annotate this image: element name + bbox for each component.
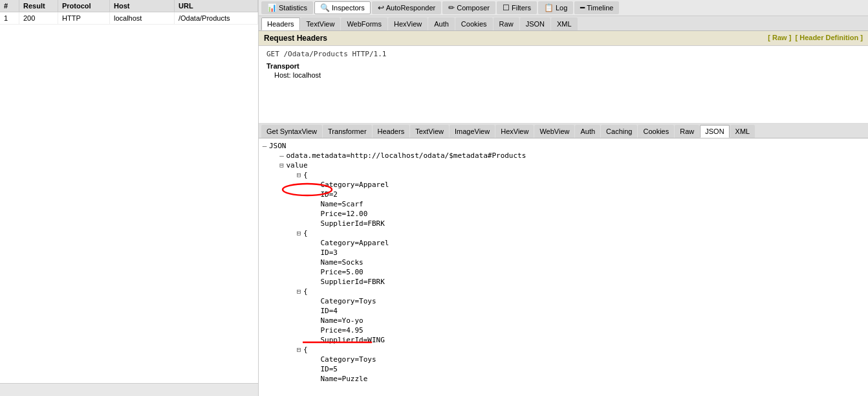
tab-statistics[interactable]: 📊 Statistics [261,1,313,14]
tree-line[interactable]: Category=Toys [259,296,868,306]
expand-icon[interactable] [311,190,320,199]
expand-icon[interactable] [311,248,320,257]
expand-icon[interactable] [311,336,320,344]
resp-subtab-raw[interactable]: Raw [675,125,699,138]
request-content: GET /Odata/Products HTTP/1.1 Transport H… [259,46,868,124]
tree-line[interactable]: SupplierId=FBRK [259,219,868,228]
tree-node-label: value [287,161,308,170]
resp-subtab-hexview[interactable]: HexView [495,125,534,138]
resp-subtab-webview[interactable]: WebView [534,125,574,138]
tree-line[interactable]: ID=4 [259,306,868,316]
expand-icon[interactable]: ⊟ [294,287,303,296]
tree-indent [260,287,294,296]
tab-composer[interactable]: ✏ Composer [442,1,495,14]
expand-icon[interactable]: — [260,142,269,150]
tree-line[interactable]: ID=5 [259,364,868,374]
tree-line[interactable]: ⊟{ [259,345,868,355]
expand-icon[interactable] [311,326,320,335]
subtab-xml[interactable]: XML [551,17,578,30]
tab-composer-label: Composer [457,4,490,12]
col-url: URL [175,0,258,12]
subtab-textview[interactable]: TextView [301,17,341,30]
resp-subtab-auth[interactable]: Auth [575,125,600,138]
resp-subtab-syntaxview[interactable]: Get SyntaxView [261,125,322,138]
expand-icon[interactable] [311,258,320,267]
expand-icon[interactable] [311,278,320,286]
expand-icon[interactable] [311,239,320,247]
expand-icon[interactable] [311,375,320,383]
tab-filters[interactable]: ☐ Filters [497,1,537,14]
subtab-hexview[interactable]: HexView [388,17,428,30]
tree-line[interactable]: Category=Apparel [259,238,868,248]
subtab-raw[interactable]: Raw [494,17,519,30]
expand-icon[interactable] [311,307,320,315]
subtab-json[interactable]: JSON [520,17,550,30]
tree-line[interactable]: Price=4.95 [259,325,868,335]
tab-inspectors[interactable]: 🔍 Inspectors [314,1,371,14]
resp-subtab-caching[interactable]: Caching [601,125,637,138]
expand-icon[interactable] [311,297,320,305]
tree-line[interactable]: Category=Toys [259,355,868,364]
tree-line[interactable]: Price=5.00 [259,267,868,277]
expand-icon[interactable] [311,181,320,189]
log-icon: 📋 [544,3,554,12]
tree-line[interactable]: ID=3 [259,248,868,258]
tree-line[interactable]: Name=Scarf [259,199,868,209]
expand-icon[interactable]: — [277,151,287,160]
expand-icon[interactable] [311,219,320,228]
tree-line[interactable]: ⊟{ [259,170,868,180]
tree-line[interactable]: SupplierId=FBRK [259,277,868,287]
resp-subtab-imageview[interactable]: ImageView [450,125,495,138]
expand-icon[interactable] [311,316,320,325]
tree-line[interactable]: Name=Yo-yo [259,316,868,325]
tree-line[interactable]: Price=12.00 [259,209,868,219]
expand-icon[interactable]: ⊟ [294,346,303,354]
expand-icon[interactable] [311,210,320,218]
tree-line[interactable]: —JSON [259,141,868,151]
tree-line[interactable]: —odata.metadata=http://localhost/odata/$… [259,151,868,160]
tree-line[interactable]: ⊟value [259,160,868,170]
expand-icon[interactable] [311,365,320,373]
tree-node-label: { [303,171,308,179]
tree-indent [260,190,311,199]
tree-line[interactable]: ⊟{ [259,228,868,238]
tree-node-label: Price=12.00 [320,210,367,218]
tree-indent [260,219,311,228]
tab-log[interactable]: 📋 Log [538,1,573,14]
tree-indent [260,307,311,315]
resp-subtab-transformer[interactable]: Transformer [323,125,372,138]
expand-icon[interactable]: ⊟ [277,161,287,170]
tab-autoresponder-label: AutoResponder [386,4,435,12]
resp-subtab-headers[interactable]: Headers [373,125,410,138]
expand-icon[interactable] [311,200,320,208]
resp-subtab-cookies[interactable]: Cookies [638,125,674,138]
tree-indent [260,181,311,189]
tree-indent [260,161,277,170]
response-sub-tabs: Get SyntaxView Transformer Headers TextV… [259,124,868,138]
tab-filters-label: Filters [512,4,531,12]
tree-line[interactable]: ID=2 [259,190,868,199]
tab-timeline[interactable]: ━ Timeline [574,1,619,14]
subtab-headers[interactable]: Headers [261,17,300,30]
tree-line[interactable]: Name=Socks [259,258,868,267]
tab-autoresponder[interactable]: ↩ AutoResponder [372,1,441,14]
cell-url: /Odata/Products [175,12,258,24]
col-result: Result [19,0,58,12]
tree-line[interactable]: ⊟{ [259,287,868,296]
expand-icon[interactable]: ⊟ [294,171,303,179]
expand-icon[interactable] [311,268,320,276]
expand-icon[interactable]: ⊟ [294,229,303,237]
subtab-cookies[interactable]: Cookies [455,17,493,30]
tree-line[interactable]: Category=Apparel [259,180,868,190]
resp-subtab-xml[interactable]: XML [730,125,755,138]
resp-subtab-textview[interactable]: TextView [410,125,449,138]
table-row[interactable]: 1 200 HTTP localhost /Odata/Products [0,12,258,25]
resp-subtab-json[interactable]: JSON [700,125,729,138]
tree-indent [260,278,311,286]
subtab-auth[interactable]: Auth [428,17,455,30]
tree-indent [260,200,311,208]
subtab-webforms[interactable]: WebForms [341,17,387,30]
expand-icon[interactable] [311,355,320,364]
tree-line[interactable]: Name=Puzzle [259,374,868,384]
tree-line[interactable]: SupplierId=WING [259,335,868,345]
